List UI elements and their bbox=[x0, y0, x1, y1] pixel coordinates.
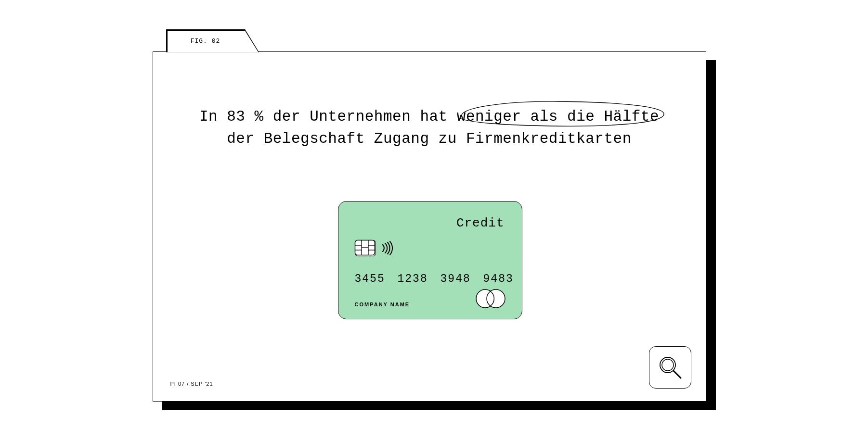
footer-label: PI 07 / SEP '21 bbox=[170, 381, 213, 387]
folder-tab-label: FIG. 02 bbox=[167, 30, 244, 52]
zoom-button[interactable] bbox=[649, 346, 691, 389]
contactless-icon bbox=[381, 241, 395, 255]
headline-line2: der Belegschaft Zugang zu Firmenkreditka… bbox=[227, 130, 632, 147]
credit-card: Credit bbox=[338, 201, 522, 319]
headline-line1-pre: In 83 % der Unternehmen hat bbox=[199, 108, 457, 125]
svg-point-11 bbox=[662, 359, 674, 371]
headline-circled-text: weniger als die Hälfte bbox=[457, 108, 659, 125]
card-number: 3455 1238 3948 9483 bbox=[355, 273, 514, 285]
magnifier-icon bbox=[657, 354, 684, 381]
svg-point-9 bbox=[487, 289, 505, 308]
card-company-name: COMPANY NAME bbox=[355, 302, 410, 307]
svg-line-12 bbox=[674, 371, 681, 378]
chip-icon bbox=[355, 240, 376, 256]
tab-seam-cover bbox=[168, 73, 258, 75]
card-type-label: Credit bbox=[456, 216, 505, 230]
figure-02: FIG. 02 In 83 % der Unternehmen hat weni… bbox=[153, 30, 716, 410]
mastercard-logo-icon bbox=[474, 288, 507, 309]
headline: In 83 % der Unternehmen hat weniger als … bbox=[153, 106, 706, 151]
folder-body: In 83 % der Unternehmen hat weniger als … bbox=[153, 51, 706, 402]
headline-circled-wrap: weniger als die Hälfte bbox=[457, 106, 659, 128]
